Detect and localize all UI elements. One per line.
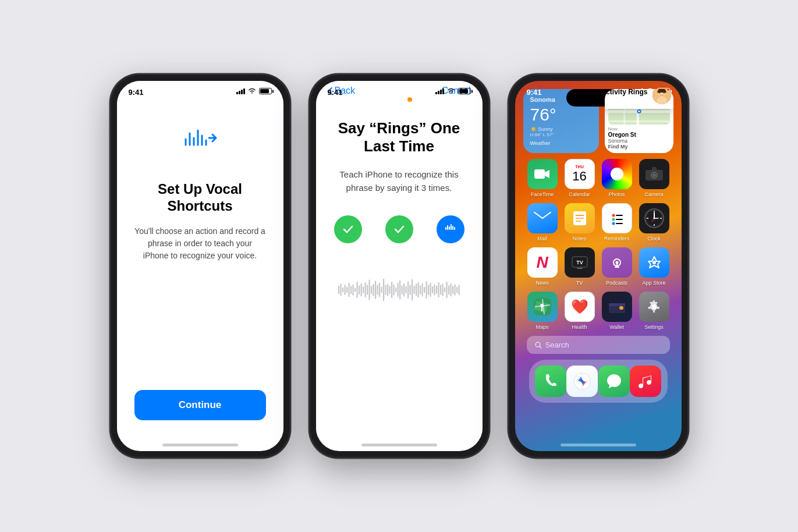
svg-rect-64: [444, 288, 445, 293]
svg-rect-22: [359, 286, 360, 295]
scene: 9:41: [87, 51, 712, 481]
svg-rect-50: [416, 284, 417, 296]
weather-temp: 76°: [530, 106, 592, 123]
vocal-shortcut-icon: [180, 127, 221, 165]
wifi-icon-2: [447, 88, 455, 94]
app-reminders[interactable]: Reminders: [601, 203, 633, 242]
signal-icon-2: [435, 88, 444, 94]
phone-2: 9:41 Back: [309, 74, 490, 458]
app-camera[interactable]: Camera: [639, 159, 670, 197]
app-settings[interactable]: Settings: [639, 292, 670, 330]
svg-rect-48: [412, 279, 413, 301]
check-2: [385, 215, 413, 243]
calendar-month: THU: [575, 165, 583, 169]
search-bar[interactable]: Search: [527, 336, 670, 354]
svg-rect-70: [456, 287, 457, 293]
svg-rect-39: [393, 285, 394, 296]
svg-rect-45: [405, 286, 406, 293]
dock-phone[interactable]: [535, 366, 566, 397]
camera-icon: [639, 159, 669, 189]
app-mail[interactable]: Mail: [527, 203, 558, 242]
status-time-1: 9:41: [129, 88, 144, 97]
notes-label: Notes: [573, 236, 587, 242]
svg-rect-54: [424, 287, 425, 293]
home-indicator-1: [162, 444, 238, 446]
battery-icon-1: [259, 88, 272, 94]
status-time-2: 9:41: [328, 88, 343, 97]
check-1: [334, 215, 362, 243]
phone1-content: Set Up Vocal Shortcuts You'll choose an …: [117, 81, 283, 438]
podcasts-icon: [602, 247, 632, 278]
news-label: News: [535, 280, 549, 286]
svg-rect-37: [389, 286, 390, 294]
svg-rect-19: [352, 285, 353, 296]
svg-rect-65: [446, 282, 447, 298]
app-clock[interactable]: Clock: [639, 203, 670, 242]
mail-icon: [527, 203, 558, 233]
calendar-label: Calendar: [569, 191, 590, 197]
svg-rect-27: [368, 280, 370, 300]
app-health[interactable]: ❤️ Health: [564, 292, 595, 330]
svg-rect-41: [397, 283, 398, 297]
app-wallet[interactable]: Wallet: [601, 292, 633, 330]
battery-icon-2: [458, 88, 471, 94]
home-indicator-2: [361, 444, 437, 446]
svg-rect-33: [381, 287, 382, 293]
svg-rect-71: [458, 285, 459, 296]
svg-rect-80: [608, 120, 670, 122]
svg-rect-15: [344, 285, 345, 296]
maps-icon: [527, 292, 558, 322]
recording-indicator: [407, 97, 412, 102]
reminders-icon: [602, 203, 632, 233]
svg-rect-51: [417, 282, 418, 297]
svg-rect-57: [430, 283, 431, 297]
weather-condition: ☀️ Sunny H:88° L:57°: [530, 126, 592, 137]
svg-rect-69: [454, 285, 455, 296]
dock-safari[interactable]: [566, 366, 598, 397]
clock-label: Clock: [647, 236, 661, 242]
app-maps[interactable]: Maps: [527, 292, 558, 330]
dock-music[interactable]: [630, 366, 661, 397]
calendar-icon: THU 16: [565, 159, 595, 189]
status-icons-2: [428, 88, 471, 94]
svg-rect-35: [385, 285, 386, 296]
settings-icon: [639, 292, 669, 322]
svg-rect-43: [401, 286, 402, 295]
continue-button[interactable]: Continue: [134, 390, 266, 420]
tooltip-text: Open Activity Rings “Rings”: [605, 89, 648, 102]
appstore-icon: [639, 247, 669, 278]
app-podcasts[interactable]: Podcasts: [601, 247, 633, 286]
photos-label: Photos: [608, 191, 625, 197]
findmy-widget[interactable]: Open Activity Rings “Rings”: [605, 89, 673, 153]
app-notes[interactable]: Notes: [564, 203, 595, 242]
clock-icon: [639, 203, 669, 233]
app-tv[interactable]: TV TV: [564, 247, 595, 286]
app-news[interactable]: N News: [527, 247, 558, 286]
app-photos[interactable]: Photos: [601, 159, 633, 197]
svg-rect-46: [407, 282, 409, 299]
app-facetime[interactable]: FaceTime: [527, 159, 558, 197]
svg-rect-32: [379, 283, 380, 297]
dock-messages[interactable]: [598, 366, 630, 397]
dock: [529, 360, 668, 403]
svg-rect-26: [367, 285, 368, 296]
wallet-label: Wallet: [609, 324, 624, 330]
app-grid: FaceTime THU 16 Calendar: [523, 159, 673, 330]
svg-rect-119: [619, 306, 623, 310]
app-calendar[interactable]: THU 16 Calendar: [564, 159, 595, 197]
settings-label: Settings: [644, 324, 664, 330]
svg-rect-28: [371, 286, 372, 294]
svg-rect-66: [448, 286, 449, 295]
avatar: [652, 89, 671, 104]
svg-rect-30: [375, 281, 376, 300]
check-circles: [334, 215, 464, 243]
svg-rect-13: [340, 284, 341, 296]
svg-rect-38: [391, 282, 392, 298]
audio-waveform: .wb{fill:#8e8e93;opacity:0.5;rx:1.5}: [332, 267, 466, 313]
svg-rect-16: [346, 287, 347, 293]
maps-label: Maps: [535, 324, 548, 330]
svg-rect-34: [383, 279, 384, 302]
app-appstore[interactable]: App Store: [639, 247, 670, 286]
svg-rect-47: [409, 285, 410, 296]
status-bar-1: 9:41: [117, 81, 283, 107]
